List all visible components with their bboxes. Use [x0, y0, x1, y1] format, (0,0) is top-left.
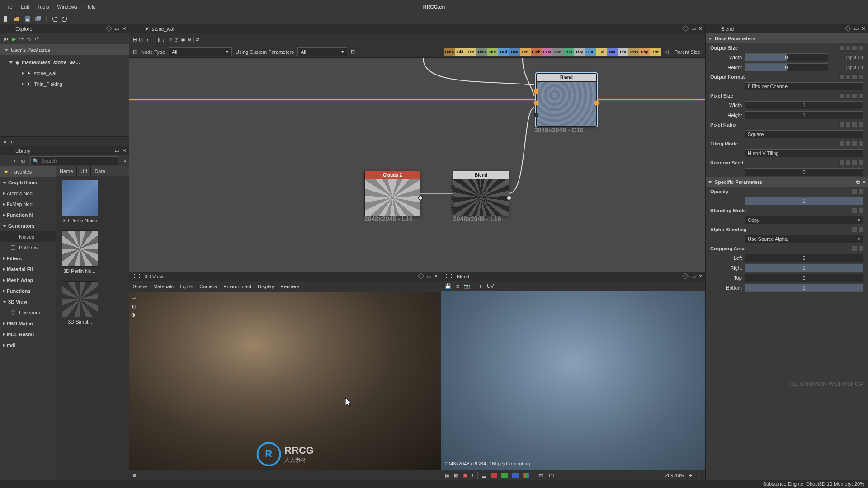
node-clouds-2[interactable]: Clouds 2	[364, 171, 420, 216]
viewport-tool-icon[interactable]: ◑	[131, 312, 136, 318]
param-actions[interactable]	[852, 246, 863, 251]
options-icon[interactable]: ⋮	[697, 472, 702, 478]
tree-mdl[interactable]: mdl	[0, 340, 56, 351]
menu-edit[interactable]: Edit	[21, 4, 29, 9]
filter-icon[interactable]: ▤	[133, 49, 137, 55]
histogram-icon[interactable]: ▂	[482, 472, 486, 478]
output-connector[interactable]	[507, 196, 511, 200]
menu-windows[interactable]: Windows	[57, 4, 77, 9]
close-icon[interactable]: ✕	[122, 148, 126, 154]
format-pill-grs[interactable]: Grs	[563, 48, 574, 56]
tree-functions[interactable]: Functions	[0, 286, 56, 296]
blending-select[interactable]: Copy▾	[745, 216, 863, 224]
nav-first-icon[interactable]: ⏮	[4, 36, 9, 42]
param-actions[interactable]	[852, 208, 863, 213]
ch-r-icon[interactable]	[491, 473, 497, 478]
menu-icon[interactable]: ≡	[863, 179, 865, 185]
split-icon[interactable]: ⫿	[480, 283, 482, 289]
copy-icon[interactable]: ⧉	[21, 158, 25, 164]
close-icon[interactable]: ✕	[861, 26, 865, 32]
align-h-icon[interactable]: ⫿	[158, 37, 160, 42]
input-connector[interactable]	[534, 101, 538, 105]
format-pill-plx[interactable]: Plx	[618, 48, 628, 56]
crop-bottom-field[interactable]: 1	[745, 284, 863, 292]
ch-rgb-icon[interactable]	[523, 473, 529, 478]
grip-icon[interactable]: ⋮⋮	[708, 26, 718, 32]
close-icon[interactable]: ✕	[698, 273, 703, 279]
maximize-icon[interactable]: ▭	[854, 26, 859, 32]
param-actions[interactable]	[852, 227, 863, 232]
open-icon[interactable]	[14, 16, 20, 22]
tree-fxmap-nodes[interactable]: FxMap Nod	[0, 199, 56, 210]
maximize-icon[interactable]: ▭	[115, 26, 119, 32]
menu-tools[interactable]: Tools	[38, 4, 49, 9]
viewport-tool-icon[interactable]: ▭	[131, 295, 136, 300]
grip-icon[interactable]: ⋮⋮	[444, 273, 454, 279]
grip-icon[interactable]: ⋮⋮	[3, 148, 13, 154]
ch-b-icon[interactable]	[512, 473, 519, 478]
pin-icon[interactable]	[683, 26, 689, 32]
menu-help[interactable]: Help	[85, 4, 96, 9]
input-connector[interactable]	[451, 196, 455, 200]
library-search[interactable]: 🔍	[30, 156, 118, 165]
output-connector[interactable]	[418, 196, 423, 200]
maximize-icon[interactable]: ▭	[427, 273, 431, 279]
ch-g-icon[interactable]	[501, 473, 508, 478]
input-connector[interactable]	[451, 185, 455, 189]
maximize-icon[interactable]: ▭	[115, 148, 119, 154]
param-actions[interactable]	[839, 160, 863, 165]
link-icon[interactable]: ⟲	[27, 36, 31, 42]
pin-icon[interactable]	[419, 274, 424, 279]
grip-icon[interactable]: ⋮⋮	[3, 26, 13, 32]
width-field[interactable]: 0	[745, 53, 828, 61]
tree-patterns[interactable]: Patterns	[0, 242, 56, 253]
copy-icon[interactable]: ⧉	[856, 179, 860, 185]
menu-renderer[interactable]: Renderer	[280, 284, 301, 289]
graph-canvas[interactable]: Blend 2048x2048 - C16 Clouds 2 2048x2048…	[129, 58, 705, 272]
tiling-select[interactable]: H and V Tiling	[745, 149, 863, 157]
uv-label[interactable]: UV	[487, 283, 494, 289]
save-icon[interactable]: 💾	[445, 283, 451, 289]
search-go-icon[interactable]: »	[123, 158, 126, 164]
maximize-icon[interactable]: ▭	[691, 26, 696, 32]
menu-scene[interactable]: Scene	[133, 284, 147, 289]
graph-item-thin-flaking[interactable]: Thin_Flaking	[0, 79, 129, 89]
copy-icon[interactable]: ⧉	[456, 283, 459, 289]
menu-file[interactable]: File	[5, 4, 13, 9]
format-select[interactable]: 8 Bits per Channel	[745, 82, 863, 90]
plus-icon[interactable]: +	[13, 158, 16, 164]
menu-lights[interactable]: Lights	[180, 284, 193, 289]
menu-display[interactable]: Display	[258, 284, 274, 289]
opacity-slider[interactable]: 1	[745, 197, 863, 205]
pin-icon[interactable]	[683, 274, 689, 279]
pin-icon[interactable]	[107, 26, 112, 32]
nav-play-icon[interactable]: ▶	[12, 36, 16, 42]
menu-icon[interactable]: ≡	[133, 473, 136, 478]
tree-mdl-resources[interactable]: MDL Resou	[0, 329, 56, 340]
add-icon[interactable]: 🞡	[3, 158, 8, 164]
input-connector[interactable]	[534, 113, 538, 117]
link-icon[interactable]: ⟡	[169, 37, 172, 42]
ratio-select[interactable]: Square	[745, 130, 863, 138]
format-pill-shp[interactable]: Shp	[639, 48, 650, 56]
format-pill-dw[interactable]: DW	[509, 48, 520, 56]
channel-icon[interactable]: ▣	[463, 472, 467, 478]
highlight-icon[interactable]: ◉	[181, 37, 185, 42]
fit-sel-icon[interactable]: ⊡	[139, 37, 143, 42]
package-item[interactable]: ◆ masterclass_stone_wa...	[0, 57, 129, 68]
col-date[interactable]: Date	[91, 166, 109, 176]
format-pill-blr[interactable]: Blr	[466, 48, 476, 56]
seed-field[interactable]: 0	[745, 168, 863, 176]
zoom-in-icon[interactable]: +	[689, 473, 692, 478]
param-actions[interactable]	[839, 93, 863, 99]
tree-environment[interactable]: Environm	[0, 307, 56, 318]
graph-item-stone-wall[interactable]: stone_wall	[0, 68, 129, 79]
menu-materials[interactable]: Materials	[153, 284, 174, 289]
custom-params-select[interactable]: All▾	[297, 47, 347, 56]
group-base-parameters[interactable]: Base Parameters	[706, 33, 868, 43]
sync-icon[interactable]: ↺	[35, 36, 39, 42]
viewport-tool-icon[interactable]: ◧	[131, 303, 136, 309]
alpha-select[interactable]: Use Source Alpha▾	[745, 235, 863, 243]
undo-icon[interactable]	[51, 16, 57, 22]
menu-environment[interactable]: Environment	[223, 284, 251, 289]
